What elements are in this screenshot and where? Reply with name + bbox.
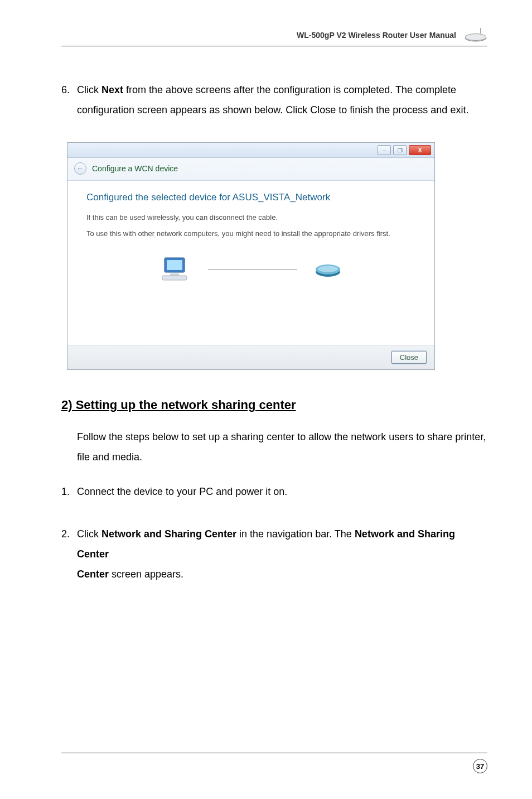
dialog-body: Configured the selected device for ASUS_…: [67, 181, 434, 345]
close-button[interactable]: Close: [391, 351, 427, 364]
svg-rect-6: [162, 276, 187, 280]
step-1: 1. Connect the device to your PC and pow…: [61, 482, 487, 502]
router-icon: [464, 28, 487, 42]
dialog-paragraph-1: If this can be used wirelessly, you can …: [86, 213, 415, 222]
step-text-cont: configuration screen appears as shown be…: [61, 100, 487, 120]
section-intro: Follow the steps below to set up a shari…: [61, 427, 487, 467]
page-number: 37: [473, 759, 487, 773]
back-arrow-icon: ←: [77, 165, 84, 172]
maximize-icon: ❐: [398, 147, 403, 153]
svg-rect-5: [170, 273, 179, 276]
step-text: Click Network and Sharing Center in the …: [77, 524, 487, 564]
back-button[interactable]: ←: [74, 162, 86, 175]
close-icon: X: [418, 147, 422, 153]
dialog-footer: Close: [67, 345, 434, 369]
dialog-screenshot: – ❐ X ← Configure a WCN device Configure…: [67, 142, 435, 370]
step-text-cont: Network and Sharing CenterCenter screen …: [61, 564, 487, 584]
step-text: Click Next from the above screens after …: [77, 80, 487, 100]
step-number: 2.: [61, 524, 77, 564]
step-6: 6. Click Next from the above screens aft…: [61, 80, 487, 120]
connection-diagram: [86, 254, 415, 283]
connection-line: [208, 269, 297, 269]
device-icon: [314, 259, 342, 278]
minimize-button[interactable]: –: [378, 145, 391, 155]
maximize-button[interactable]: ❐: [393, 145, 407, 155]
step-number: 6.: [61, 80, 77, 100]
svg-rect-4: [167, 260, 182, 270]
window-subheader: ← Configure a WCN device: [67, 158, 434, 181]
svg-point-9: [318, 266, 338, 272]
manual-title: WL-500gP V2 Wireless Router User Manual: [297, 31, 456, 40]
minimize-icon: –: [383, 147, 386, 153]
section-heading: 2) Setting up the network sharing center: [61, 398, 487, 412]
window-title-text: Configure a WCN device: [92, 164, 178, 173]
window-title-bar: – ❐ X: [67, 143, 434, 158]
dialog-heading: Configured the selected device for ASUS_…: [86, 192, 415, 203]
svg-point-2: [465, 34, 486, 41]
step-number: 1.: [61, 482, 77, 502]
page-header: WL-500gP V2 Wireless Router User Manual: [61, 28, 487, 46]
page-footer: 37: [61, 753, 487, 773]
document-page: WL-500gP V2 Wireless Router User Manual …: [0, 0, 532, 799]
window-close-button[interactable]: X: [409, 145, 431, 155]
step-2: 2. Click Network and Sharing Center in t…: [61, 524, 487, 584]
computer-icon: [160, 254, 191, 283]
step-text: Connect the device to your PC and power …: [77, 482, 487, 502]
dialog-paragraph-2: To use this with other network computers…: [86, 229, 415, 238]
